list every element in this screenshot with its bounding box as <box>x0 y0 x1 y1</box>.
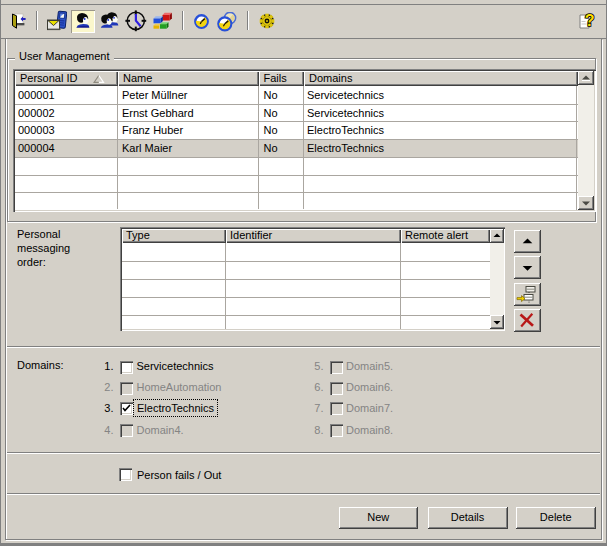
svg-text:?: ? <box>585 12 595 29</box>
